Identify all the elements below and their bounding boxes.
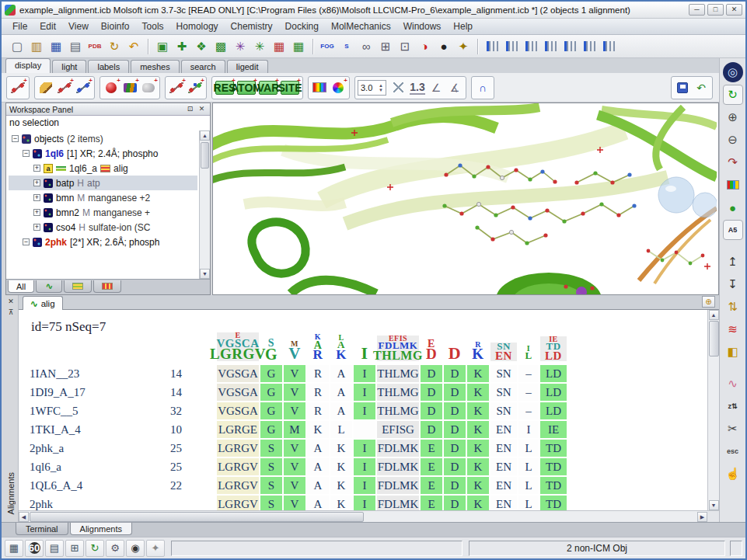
residue-cell[interactable]: D [444,477,466,494]
hscroll-left-icon[interactable]: ◀ [19,512,29,522]
residue-cell[interactable]: D [444,384,466,401]
skin-style-button[interactable] [140,78,157,97]
residue-cell[interactable]: FDLMK [377,458,419,475]
residue-cell[interactable]: R [307,402,329,419]
sequence-name[interactable]: 2phk_a [19,442,124,455]
expander-icon[interactable]: − [23,150,30,157]
preferences-button[interactable]: ⚙ [106,540,124,557]
grid-tool-button[interactable]: ▦ [289,37,308,56]
tables-panel-button[interactable]: ▤ [45,540,64,557]
menu-item-windows[interactable]: Windows [397,19,448,33]
hscroll-thumb[interactable] [30,512,364,522]
windows-panel-button[interactable]: ⊞ [65,540,84,557]
pick-mode-button[interactable]: ☝ [723,464,743,484]
residue-cell[interactable]: V [284,477,305,494]
residue-cell[interactable]: LGRGV [217,477,259,494]
scroll-down-icon[interactable]: ▼ [200,269,210,279]
sequence-name[interactable]: 1ql6_a [19,461,124,474]
sequence-name[interactable]: 1IAN__23 [19,367,124,381]
timer-button[interactable]: 60 [25,540,44,557]
spin-view-button[interactable]: ↻ [723,85,743,105]
residue-cell[interactable]: E [421,477,442,494]
fog-toggle-button[interactable]: FOG [318,37,337,56]
vscroll-down-icon[interactable]: ▼ [709,500,719,510]
close-button[interactable]: ✕ [726,4,742,16]
residue-cell[interactable]: A [330,365,352,382]
measure-spinner[interactable]: 3.0▲▼ [358,80,386,96]
label-size-button[interactable]: A5 [723,220,743,240]
mutate-tool-button[interactable]: ✳ [231,37,250,56]
residue-cell[interactable]: D [421,384,442,401]
sequence-name[interactable]: 1DI9_A_17 [19,386,124,399]
clean-selection-button[interactable]: ∿ [723,374,743,394]
expander-icon[interactable]: + [33,209,40,216]
move-up-button[interactable]: ↥ [723,252,743,272]
color-picker-button[interactable] [330,78,347,97]
residue-cell[interactable]: EFISG [377,421,419,438]
residue-cell[interactable]: FDLMK [377,440,419,457]
residue-cell[interactable]: I [354,384,375,401]
tree-row-bmn[interactable]: +bmnMmanganese +2 [9,190,197,205]
residue-cell[interactable]: A [330,384,352,401]
move-down-button[interactable]: ↧ [723,274,743,294]
sort-items-button[interactable]: z⇅ [723,396,743,416]
residue-cell[interactable]: – [518,365,539,382]
residue-cell[interactable]: K [330,458,352,475]
residue-cell[interactable]: L [518,477,539,494]
residue-cell[interactable]: D [444,440,466,457]
pin-alignment-icon[interactable]: ⊼ [5,308,16,318]
residue-cell[interactable]: TD [540,458,567,475]
refresh-display-button[interactable]: ↻ [86,540,104,557]
expander-icon[interactable]: − [23,238,30,245]
residue-cell[interactable]: A [307,458,329,475]
ribbon-style-button[interactable] [121,78,138,97]
residue-cell[interactable]: LGRGV [217,496,259,510]
residue-cell[interactable]: K [467,365,489,382]
read-pdb-button[interactable]: PDB [86,37,104,56]
residue-cell[interactable]: EN [490,458,517,475]
residue-cell[interactable]: I [354,365,375,382]
residue-cell[interactable]: D [444,421,466,438]
vscroll-up-icon[interactable]: ▲ [709,310,719,320]
workspace-scrollbar[interactable]: ▲ ▼ [199,130,210,279]
residue-cell[interactable]: EN [490,421,517,438]
cpk-style-button[interactable] [103,78,120,97]
escape-mode-button[interactable]: esc [723,441,743,461]
zoom-out-button[interactable]: ⊖ [723,130,743,150]
sequence-name[interactable]: 1WFC__5 [19,405,124,418]
tab-labels[interactable]: labels [88,60,129,73]
residue-cell[interactable]: S [260,496,282,510]
rock-view-button[interactable]: ↷ [723,152,743,172]
residue-cell[interactable]: LD [540,365,567,382]
distance-measure-button[interactable]: 1.3 [409,78,426,97]
sequence-name[interactable]: 2phk [19,498,124,511]
tab-search[interactable]: search [181,60,225,73]
residue-cell[interactable]: THLMG [377,384,419,401]
new-document-button[interactable]: ▢ [8,37,26,56]
workspace-tab-tables[interactable] [64,280,92,293]
residue-cell[interactable]: L [518,496,539,510]
workspace-tab-alignments[interactable] [93,280,121,293]
residue-cell[interactable]: A [307,496,329,510]
spacing-6-button[interactable] [580,37,599,56]
render-effects-button[interactable]: ✦ [454,37,473,56]
tab-light[interactable]: light [52,60,86,73]
color-scheme-button[interactable] [723,175,743,195]
alignment-hscrollbar[interactable]: ◀ ▶ [19,510,707,522]
menu-item-tools[interactable]: Tools [136,19,170,33]
magnet-tool-button[interactable]: ∩ [474,78,491,97]
ballstick-style-button[interactable] [75,78,92,97]
sequence-name[interactable]: 1TKI_A_4 [19,423,124,437]
residue-cell[interactable]: S [260,458,282,475]
residue-cell[interactable]: I [354,458,375,475]
expander-icon[interactable]: + [33,165,40,172]
menu-item-bioinfo[interactable]: Bioinfo [95,19,136,33]
scroll-up-icon[interactable]: ▲ [200,130,210,141]
residue-cell[interactable]: I [354,440,375,457]
residue-cell[interactable]: L [518,458,539,475]
spacing-4-button[interactable] [541,37,560,56]
alignment-vscrollbar[interactable]: ▲ ▼ [707,310,719,510]
open-file-button[interactable]: ▥ [27,37,46,56]
residue-cell[interactable]: V [284,496,305,510]
appearance-button[interactable]: ✦ [146,540,165,557]
